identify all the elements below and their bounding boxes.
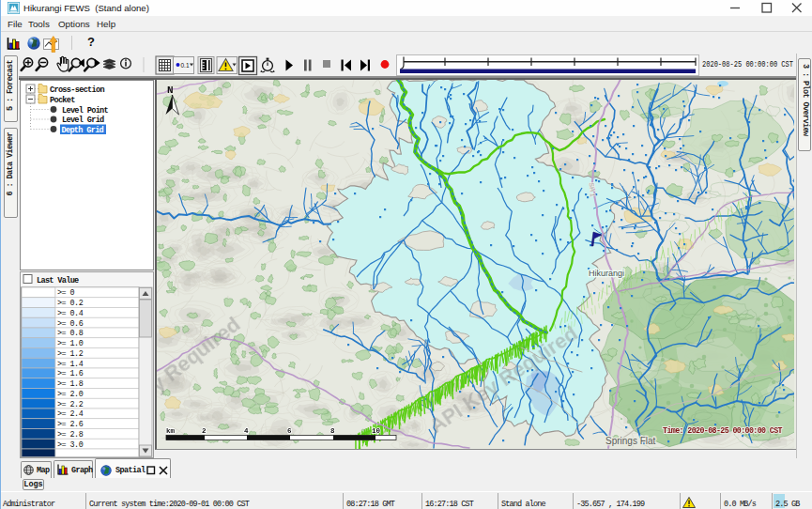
svg-text:2: 2 [202,427,207,435]
svg-text:Cross-section: Cross-section [50,85,104,95]
svg-text:>= 0.2: >= 0.2 [57,299,84,308]
svg-text:>= 1.4: >= 1.4 [57,360,84,369]
svg-text:8: 8 [330,427,335,435]
svg-text:Level Grid: Level Grid [62,116,104,125]
svg-text:km: km [166,427,176,435]
svg-text:Hikurangi: Hikurangi [589,269,624,278]
svg-text:10: 10 [372,427,381,435]
svg-text:N: N [167,85,174,96]
svg-text:0.1: 0.1 [181,62,190,69]
svg-text:>= 0.4: >= 0.4 [57,309,84,318]
svg-text:>= 0.8: >= 0.8 [57,329,84,338]
svg-text:>= 0: >= 0 [57,288,75,298]
svg-text:>= 2.2: >= 2.2 [57,400,84,409]
svg-text:Depth Grid: Depth Grid [62,126,104,135]
svg-text:Level Point: Level Point [62,106,109,116]
svg-text:Pocket: Pocket [50,96,75,105]
svg-text:>= 0.6: >= 0.6 [57,319,84,329]
svg-text:>= 2.4: >= 2.4 [57,409,84,419]
svg-text:Time: 2020-08-25 00:00:00 CST: Time: 2020-08-25 00:00:00 CST [663,426,783,435]
svg-text:>= 1.8: >= 1.8 [57,379,84,389]
svg-text:>= 1.0: >= 1.0 [57,339,84,348]
svg-text:>= 2.8: >= 2.8 [57,430,84,440]
svg-text:2020-08-25 00:00:00 CST: 2020-08-25 00:00:00 CST [702,60,793,69]
svg-text:Springs Flat: Springs Flat [605,436,656,446]
svg-text:SH 1: SH 1 [589,182,596,197]
svg-text:>= 2.0: >= 2.0 [57,390,84,399]
svg-text:4: 4 [244,427,249,435]
svg-text:>= 1.6: >= 1.6 [57,369,84,378]
svg-text:>= 2.6: >= 2.6 [57,420,84,429]
svg-text:Last Value: Last Value [37,276,79,285]
svg-text:6: 6 [287,427,292,435]
svg-text:>= 1.2: >= 1.2 [57,349,84,359]
svg-text:>= 3.0: >= 3.0 [57,440,84,450]
